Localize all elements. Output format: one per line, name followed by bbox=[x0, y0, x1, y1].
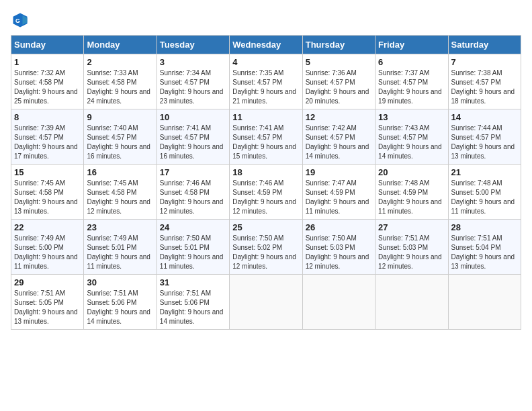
calendar-day-cell bbox=[375, 275, 448, 330]
day-number: 11 bbox=[232, 112, 299, 122]
day-info: Sunrise: 7:51 AM Sunset: 5:06 PM Dayligh… bbox=[87, 289, 153, 326]
day-info: Sunrise: 7:48 AM Sunset: 5:00 PM Dayligh… bbox=[451, 179, 518, 216]
day-number: 19 bbox=[306, 167, 372, 177]
calendar-day-cell: 8 Sunrise: 7:39 AM Sunset: 4:57 PM Dayli… bbox=[11, 109, 84, 165]
day-number: 1 bbox=[14, 57, 81, 67]
day-number: 14 bbox=[451, 112, 518, 122]
day-info: Sunrise: 7:51 AM Sunset: 5:03 PM Dayligh… bbox=[378, 234, 445, 271]
day-info: Sunrise: 7:47 AM Sunset: 4:59 PM Dayligh… bbox=[306, 179, 372, 216]
day-info: Sunrise: 7:34 AM Sunset: 4:57 PM Dayligh… bbox=[160, 68, 226, 106]
weekday-header: Thursday bbox=[302, 36, 375, 54]
day-number: 15 bbox=[14, 167, 81, 177]
calendar-day-cell: 19 Sunrise: 7:47 AM Sunset: 4:59 PM Dayl… bbox=[302, 165, 375, 220]
day-number: 31 bbox=[160, 277, 226, 287]
day-info: Sunrise: 7:40 AM Sunset: 4:57 PM Dayligh… bbox=[87, 124, 153, 161]
day-info: Sunrise: 7:49 AM Sunset: 5:01 PM Dayligh… bbox=[87, 234, 153, 271]
day-info: Sunrise: 7:45 AM Sunset: 4:58 PM Dayligh… bbox=[87, 179, 153, 216]
calendar-day-cell: 6 Sunrise: 7:37 AM Sunset: 4:57 PM Dayli… bbox=[375, 54, 448, 109]
day-number: 8 bbox=[14, 112, 81, 122]
day-number: 21 bbox=[451, 167, 518, 177]
calendar-day-cell: 26 Sunrise: 7:50 AM Sunset: 5:03 PM Dayl… bbox=[302, 220, 375, 275]
day-number: 13 bbox=[378, 112, 445, 122]
day-info: Sunrise: 7:50 AM Sunset: 5:03 PM Dayligh… bbox=[306, 234, 372, 271]
calendar-day-cell: 20 Sunrise: 7:48 AM Sunset: 4:59 PM Dayl… bbox=[375, 165, 448, 220]
logo: G bbox=[11, 11, 32, 30]
day-number: 6 bbox=[378, 57, 445, 67]
calendar-day-cell: 29 Sunrise: 7:51 AM Sunset: 5:05 PM Dayl… bbox=[11, 275, 84, 330]
calendar-day-cell: 7 Sunrise: 7:38 AM Sunset: 4:57 PM Dayli… bbox=[448, 54, 521, 109]
day-number: 12 bbox=[306, 112, 372, 122]
day-info: Sunrise: 7:41 AM Sunset: 4:57 PM Dayligh… bbox=[160, 124, 226, 161]
calendar-day-cell: 28 Sunrise: 7:51 AM Sunset: 5:04 PM Dayl… bbox=[448, 220, 521, 275]
day-info: Sunrise: 7:51 AM Sunset: 5:04 PM Dayligh… bbox=[451, 234, 518, 271]
calendar-day-cell: 3 Sunrise: 7:34 AM Sunset: 4:57 PM Dayli… bbox=[157, 54, 229, 109]
day-info: Sunrise: 7:37 AM Sunset: 4:57 PM Dayligh… bbox=[378, 68, 445, 106]
calendar-week-row: 15 Sunrise: 7:45 AM Sunset: 4:58 PM Dayl… bbox=[11, 165, 521, 220]
day-info: Sunrise: 7:42 AM Sunset: 4:57 PM Dayligh… bbox=[306, 124, 372, 161]
day-number: 26 bbox=[306, 222, 372, 232]
day-number: 17 bbox=[160, 167, 226, 177]
day-number: 5 bbox=[306, 57, 372, 67]
calendar-week-row: 1 Sunrise: 7:32 AM Sunset: 4:58 PM Dayli… bbox=[11, 54, 521, 109]
day-info: Sunrise: 7:39 AM Sunset: 4:57 PM Dayligh… bbox=[14, 124, 81, 161]
calendar-day-cell: 11 Sunrise: 7:41 AM Sunset: 4:57 PM Dayl… bbox=[230, 109, 302, 165]
calendar-day-cell: 4 Sunrise: 7:35 AM Sunset: 4:57 PM Dayli… bbox=[230, 54, 302, 109]
calendar-day-cell: 18 Sunrise: 7:46 AM Sunset: 4:59 PM Dayl… bbox=[230, 165, 302, 220]
day-info: Sunrise: 7:44 AM Sunset: 4:57 PM Dayligh… bbox=[451, 124, 518, 161]
day-info: Sunrise: 7:50 AM Sunset: 5:02 PM Dayligh… bbox=[232, 234, 299, 271]
day-info: Sunrise: 7:51 AM Sunset: 5:05 PM Dayligh… bbox=[14, 289, 81, 326]
calendar-week-row: 22 Sunrise: 7:49 AM Sunset: 5:00 PM Dayl… bbox=[11, 220, 521, 275]
calendar-day-cell: 2 Sunrise: 7:33 AM Sunset: 4:58 PM Dayli… bbox=[84, 54, 157, 109]
logo-icon: G bbox=[11, 11, 30, 30]
calendar-day-cell: 17 Sunrise: 7:46 AM Sunset: 4:58 PM Dayl… bbox=[157, 165, 229, 220]
day-info: Sunrise: 7:41 AM Sunset: 4:57 PM Dayligh… bbox=[232, 124, 299, 161]
weekday-header: Tuesday bbox=[157, 36, 229, 54]
day-number: 29 bbox=[14, 277, 81, 287]
day-info: Sunrise: 7:51 AM Sunset: 5:06 PM Dayligh… bbox=[160, 289, 226, 326]
day-info: Sunrise: 7:35 AM Sunset: 4:57 PM Dayligh… bbox=[232, 68, 299, 106]
calendar-week-row: 29 Sunrise: 7:51 AM Sunset: 5:05 PM Dayl… bbox=[11, 275, 521, 330]
calendar-day-cell: 21 Sunrise: 7:48 AM Sunset: 5:00 PM Dayl… bbox=[448, 165, 521, 220]
calendar-table: SundayMondayTuesdayWednesdayThursdayFrid… bbox=[11, 35, 521, 330]
day-number: 10 bbox=[160, 112, 226, 122]
day-info: Sunrise: 7:32 AM Sunset: 4:58 PM Dayligh… bbox=[14, 68, 81, 106]
day-number: 24 bbox=[160, 222, 226, 232]
day-info: Sunrise: 7:50 AM Sunset: 5:01 PM Dayligh… bbox=[160, 234, 226, 271]
page-header: G bbox=[11, 11, 521, 30]
calendar-day-cell: 24 Sunrise: 7:50 AM Sunset: 5:01 PM Dayl… bbox=[157, 220, 229, 275]
day-info: Sunrise: 7:49 AM Sunset: 5:00 PM Dayligh… bbox=[14, 234, 81, 271]
calendar-day-cell: 13 Sunrise: 7:43 AM Sunset: 4:57 PM Dayl… bbox=[375, 109, 448, 165]
calendar-header-row: SundayMondayTuesdayWednesdayThursdayFrid… bbox=[11, 36, 521, 54]
calendar-day-cell: 12 Sunrise: 7:42 AM Sunset: 4:57 PM Dayl… bbox=[302, 109, 375, 165]
day-number: 16 bbox=[87, 167, 153, 177]
calendar-day-cell: 30 Sunrise: 7:51 AM Sunset: 5:06 PM Dayl… bbox=[84, 275, 157, 330]
calendar-day-cell bbox=[230, 275, 302, 330]
weekday-header: Wednesday bbox=[230, 36, 302, 54]
calendar-day-cell: 1 Sunrise: 7:32 AM Sunset: 4:58 PM Dayli… bbox=[11, 54, 84, 109]
day-info: Sunrise: 7:45 AM Sunset: 4:58 PM Dayligh… bbox=[14, 179, 81, 216]
calendar-day-cell bbox=[448, 275, 521, 330]
day-info: Sunrise: 7:46 AM Sunset: 4:59 PM Dayligh… bbox=[232, 179, 299, 216]
calendar-day-cell: 22 Sunrise: 7:49 AM Sunset: 5:00 PM Dayl… bbox=[11, 220, 84, 275]
calendar-day-cell: 5 Sunrise: 7:36 AM Sunset: 4:57 PM Dayli… bbox=[302, 54, 375, 109]
calendar-day-cell: 9 Sunrise: 7:40 AM Sunset: 4:57 PM Dayli… bbox=[84, 109, 157, 165]
day-number: 25 bbox=[232, 222, 299, 232]
calendar-day-cell: 27 Sunrise: 7:51 AM Sunset: 5:03 PM Dayl… bbox=[375, 220, 448, 275]
calendar-day-cell: 15 Sunrise: 7:45 AM Sunset: 4:58 PM Dayl… bbox=[11, 165, 84, 220]
day-number: 23 bbox=[87, 222, 153, 232]
calendar-day-cell bbox=[302, 275, 375, 330]
day-number: 4 bbox=[232, 57, 299, 67]
day-info: Sunrise: 7:48 AM Sunset: 4:59 PM Dayligh… bbox=[378, 179, 445, 216]
svg-text:G: G bbox=[15, 17, 20, 24]
day-number: 22 bbox=[14, 222, 81, 232]
calendar-day-cell: 10 Sunrise: 7:41 AM Sunset: 4:57 PM Dayl… bbox=[157, 109, 229, 165]
calendar-week-row: 8 Sunrise: 7:39 AM Sunset: 4:57 PM Dayli… bbox=[11, 109, 521, 165]
day-number: 7 bbox=[451, 57, 518, 67]
day-info: Sunrise: 7:43 AM Sunset: 4:57 PM Dayligh… bbox=[378, 124, 445, 161]
weekday-header: Friday bbox=[375, 36, 448, 54]
day-number: 18 bbox=[232, 167, 299, 177]
weekday-header: Sunday bbox=[11, 36, 84, 54]
weekday-header: Monday bbox=[84, 36, 157, 54]
day-number: 30 bbox=[87, 277, 153, 287]
day-info: Sunrise: 7:33 AM Sunset: 4:58 PM Dayligh… bbox=[87, 68, 153, 106]
